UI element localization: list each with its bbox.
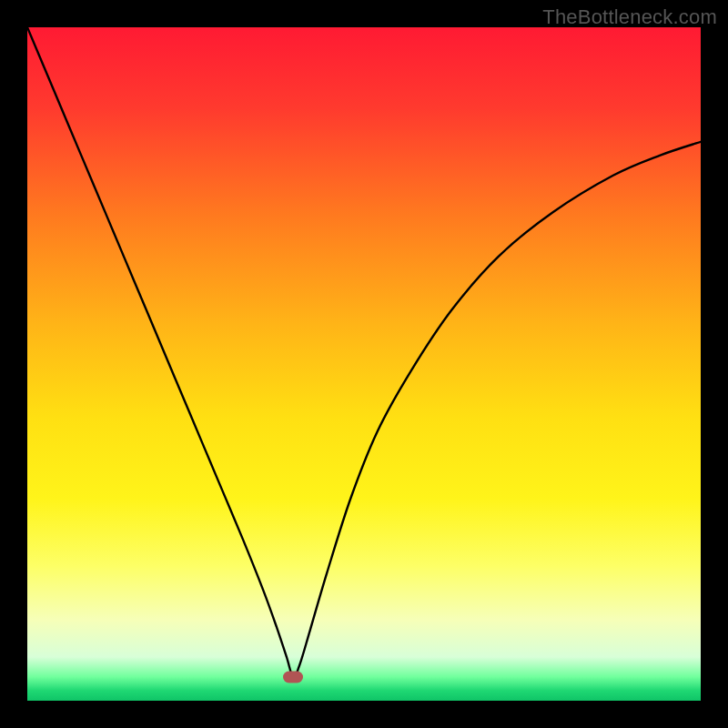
chart-frame: TheBottleneck.com <box>0 0 728 728</box>
plot-area <box>27 27 701 701</box>
optimum-marker <box>283 672 303 683</box>
chart-svg <box>27 27 701 701</box>
watermark-text: TheBottleneck.com <box>542 5 717 29</box>
gradient-background <box>27 27 701 701</box>
